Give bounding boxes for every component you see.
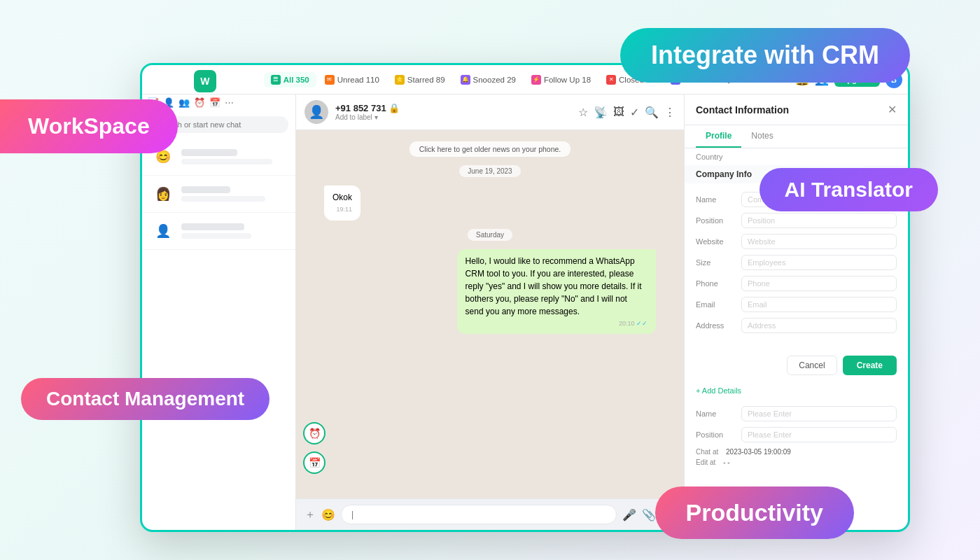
chat-info — [181, 223, 287, 239]
tab-snoozed-dot: 🔔 — [461, 75, 470, 85]
sidebar: 📝 👤 👥 ⏰ 📅 ⋯ 😊 — [142, 94, 296, 530]
tab-snoozed[interactable]: 🔔 Snoozed 29 — [454, 72, 523, 88]
message-bubble-outgoing: Hello, I would like to recommend a Whats… — [457, 249, 656, 335]
add-details-link[interactable]: + Add Details — [685, 384, 908, 398]
crm-label: Integrate with CRM — [620, 28, 910, 83]
panel-header: Contact Information ✕ — [685, 94, 908, 125]
tab-unread-dot: ✉ — [325, 75, 335, 85]
field-input-position2[interactable] — [741, 427, 897, 442]
chat-header-actions: ☆ 📡 🖼 ✓ 🔍 ⋮ — [578, 106, 676, 119]
chat-area: 👤 +91 852 731 🔒 Add to label ▾ ☆ 📡 🖼 ✓ 🔍… — [296, 94, 684, 530]
field-label-phone: Phone — [696, 279, 734, 288]
image-icon[interactable]: 🖼 — [613, 106, 624, 118]
field-row-position: Position — [696, 213, 897, 228]
list-item[interactable]: 👤 — [142, 213, 295, 250]
field-label-name: Name — [696, 195, 734, 204]
chat-header-info: +91 852 731 🔒 Add to label ▾ — [335, 103, 571, 121]
tab-followup-label: Follow Up 18 — [544, 76, 591, 84]
field-input-website[interactable] — [741, 234, 897, 249]
list-item[interactable]: 👩 — [142, 176, 295, 213]
productivity-label: Productivity — [655, 486, 854, 539]
plus-icon[interactable]: ＋ — [304, 507, 316, 522]
field-label-position2: Position — [696, 430, 734, 439]
field-label-size: Size — [696, 258, 734, 267]
app-window: W ☰ All 350 ✉ Unread 110 ⭐ Starred 89 🔔 … — [140, 63, 910, 532]
avatar: 👤 — [150, 218, 176, 244]
ai-translator-label: AI Translator — [760, 168, 938, 211]
field-input-address[interactable] — [741, 318, 897, 333]
search-icon[interactable]: 🔍 — [645, 106, 659, 119]
contact-management-label: Contact Management — [21, 378, 270, 420]
panel-tabs: Profile Notes — [685, 125, 908, 148]
calendar-icon[interactable]: 📅 — [303, 451, 326, 474]
panel-action-buttons: Cancel Create — [685, 347, 908, 384]
field-input-position[interactable] — [741, 213, 897, 228]
country-field-label: Country — [685, 148, 908, 165]
message-bubble-incoming: Okok 19:11 — [324, 186, 360, 220]
check-icon[interactable]: ✓ — [630, 106, 639, 119]
alarm-icon[interactable]: ⏰ — [303, 422, 326, 444]
field-input-name2[interactable] — [741, 406, 897, 421]
field-row-website: Website — [696, 234, 897, 249]
message-time: 19:11 — [332, 205, 352, 215]
field-input-size[interactable] — [741, 255, 897, 270]
workspace-label: WorkSpace — [0, 99, 178, 153]
field-label-address: Address — [696, 321, 734, 330]
chat-preview — [181, 159, 272, 164]
field-input-phone[interactable] — [741, 276, 897, 291]
message-time-out: 20:10 ✓✓ — [465, 319, 648, 329]
chat-header-avatar: 👤 — [304, 100, 328, 124]
chat-side-icons: ⏰ 📅 — [303, 422, 326, 474]
tab-all-label: All 350 — [284, 76, 309, 84]
chat-list: 😊 👩 👤 — [142, 139, 295, 530]
additional-fields: Name Position Chat at 2023-03-05 19:00:0… — [685, 398, 908, 475]
edit-at-row: Edit at - - — [696, 458, 897, 466]
chat-input-bar: ＋ 😊 🎤 📎 📷 — [296, 498, 684, 530]
clock-icon[interactable]: ⏰ — [194, 97, 205, 108]
message-input[interactable] — [341, 505, 617, 524]
chat-info — [181, 149, 287, 164]
field-input-email[interactable] — [741, 297, 897, 312]
chat-preview — [181, 233, 251, 239]
tab-notes[interactable]: Notes — [741, 125, 783, 148]
tab-closed-dot: ✕ — [606, 75, 616, 85]
chat-label-sub[interactable]: Add to label ▾ — [335, 113, 571, 121]
groups-icon[interactable]: 👥 — [178, 97, 190, 108]
star-icon[interactable]: ☆ — [578, 106, 588, 119]
date-separator-2: Saturday — [468, 229, 512, 241]
field-row-position2: Position — [696, 427, 897, 442]
mic-icon[interactable]: 🎤 — [622, 508, 636, 522]
tab-starred-label: Starred 89 — [407, 76, 445, 84]
tab-profile[interactable]: Profile — [696, 125, 741, 148]
avatar: 👩 — [150, 181, 176, 206]
tab-unread[interactable]: ✉ Unread 110 — [318, 72, 386, 88]
field-row-phone: Phone — [696, 276, 897, 291]
broadcast-icon[interactable]: 📡 — [594, 106, 608, 119]
calendar-icon[interactable]: 📅 — [209, 97, 220, 108]
date-separator: June 19, 2023 — [459, 165, 520, 177]
info-bar: Click here to get older news on your pho… — [410, 141, 571, 157]
chat-contact-name: +91 852 731 🔒 — [335, 103, 571, 113]
field-row-name2: Name — [696, 406, 897, 421]
app-logo: W — [194, 70, 216, 92]
tab-all[interactable]: ☰ All 350 — [264, 72, 316, 88]
file-icon[interactable]: 📎 — [642, 508, 656, 522]
panel-title: Contact Information — [696, 104, 789, 115]
field-row-size: Size — [696, 255, 897, 270]
tab-followup[interactable]: ⚡ Follow Up 18 — [524, 72, 598, 88]
more-options-icon[interactable]: ⋮ — [664, 106, 676, 119]
more-icon[interactable]: ⋯ — [225, 97, 234, 108]
read-check-icon: ✓✓ — [636, 320, 648, 327]
chat-preview — [181, 196, 265, 202]
field-label-email: Email — [696, 300, 734, 309]
chat-messages: Click here to get older news on your pho… — [296, 130, 684, 498]
panel-close-icon[interactable]: ✕ — [888, 103, 897, 116]
emoji-icon[interactable]: 😊 — [321, 508, 335, 522]
tab-starred[interactable]: ⭐ Starred 89 — [388, 72, 452, 88]
create-button[interactable]: Create — [843, 356, 897, 375]
tab-followup-dot: ⚡ — [531, 75, 541, 85]
cancel-button[interactable]: Cancel — [787, 356, 836, 375]
tab-starred-dot: ⭐ — [395, 75, 405, 85]
tab-snoozed-label: Snoozed 29 — [473, 76, 516, 84]
field-row-email: Email — [696, 297, 897, 312]
